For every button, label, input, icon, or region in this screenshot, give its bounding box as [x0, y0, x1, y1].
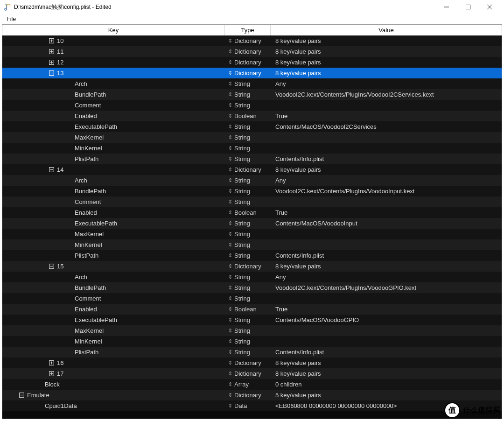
type-stepper-icon[interactable]: ⇕	[227, 231, 233, 237]
cell-type[interactable]: ⇕String	[225, 143, 271, 154]
cell-value[interactable]	[271, 100, 502, 111]
cell-key[interactable]: 13	[2, 68, 225, 78]
table-row[interactable]: MinKernel⇕String	[2, 336, 502, 347]
cell-type[interactable]: ⇕String	[225, 336, 271, 347]
cell-value[interactable]: True	[271, 111, 502, 121]
table-row[interactable]: PlistPath⇕StringContents/Info.plist	[2, 347, 502, 358]
cell-key[interactable]: PlistPath	[2, 347, 225, 358]
cell-value[interactable]: Contents/MacOS/VoodooInput	[271, 218, 502, 229]
cell-value[interactable]	[271, 229, 502, 239]
type-stepper-icon[interactable]: ⇕	[227, 253, 233, 259]
cell-value[interactable]	[271, 143, 502, 154]
cell-value[interactable]: True	[271, 207, 502, 218]
header-type[interactable]: Type	[225, 25, 271, 35]
cell-value[interactable]: True	[271, 304, 502, 315]
cell-type[interactable]: ⇕String	[225, 186, 271, 196]
expand-icon[interactable]	[49, 360, 54, 365]
cell-key[interactable]: 16	[2, 358, 225, 368]
cell-type[interactable]: ⇕Dictionary	[225, 164, 271, 175]
type-stepper-icon[interactable]: ⇕	[227, 91, 233, 98]
cell-type[interactable]: ⇕Dictionary	[225, 358, 271, 368]
cell-value[interactable]	[271, 196, 502, 207]
cell-value[interactable]: Any	[271, 175, 502, 186]
type-stepper-icon[interactable]: ⇕	[227, 134, 233, 140]
cell-key[interactable]: MaxKernel	[2, 325, 225, 336]
cell-key[interactable]: Block	[2, 379, 225, 390]
cell-value[interactable]: VoodooI2C.kext/Contents/PlugIns/VoodooI2…	[271, 89, 502, 100]
cell-key[interactable]: ExecutablePath	[2, 218, 225, 229]
cell-type[interactable]: ⇕String	[225, 229, 271, 239]
cell-value[interactable]	[271, 293, 502, 304]
header-value[interactable]: Value	[271, 25, 502, 35]
collapse-icon[interactable]	[49, 167, 54, 172]
cell-value[interactable]: 8 key/value pairs	[271, 368, 502, 379]
cell-key[interactable]: ExecutablePath	[2, 121, 225, 132]
table-row[interactable]: 14⇕Dictionary8 key/value pairs	[2, 164, 502, 175]
cell-value[interactable]	[271, 336, 502, 347]
type-stepper-icon[interactable]: ⇕	[227, 381, 233, 387]
cell-key[interactable]: Comment	[2, 196, 225, 207]
table-row[interactable]: Comment⇕String	[2, 100, 502, 111]
table-body[interactable]: 10⇕Dictionary8 key/value pairs11⇕Diction…	[2, 35, 502, 419]
table-row[interactable]: BundlePath⇕StringVoodooI2C.kext/Contents…	[2, 282, 502, 293]
cell-key[interactable]: 10	[2, 35, 225, 46]
cell-value[interactable]	[271, 132, 502, 143]
cell-type[interactable]: ⇕String	[225, 282, 271, 293]
cell-key[interactable]: Arch	[2, 78, 225, 89]
table-row[interactable]: BundlePath⇕StringVoodooI2C.kext/Contents…	[2, 186, 502, 196]
type-stepper-icon[interactable]: ⇕	[227, 285, 233, 291]
type-stepper-icon[interactable]: ⇕	[227, 70, 233, 76]
cell-type[interactable]: ⇕Boolean	[225, 207, 271, 218]
cell-key[interactable]: PlistPath	[2, 250, 225, 261]
cell-type[interactable]: ⇕String	[225, 293, 271, 304]
cell-key[interactable]: Comment	[2, 293, 225, 304]
collapse-icon[interactable]	[49, 264, 54, 269]
cell-type[interactable]: ⇕String	[225, 121, 271, 132]
menu-file[interactable]: File	[3, 15, 20, 23]
cell-key[interactable]: Emulate	[2, 390, 225, 400]
type-stepper-icon[interactable]: ⇕	[227, 188, 233, 194]
cell-key[interactable]: MinKernel	[2, 336, 225, 347]
table-row[interactable]: ExecutablePath⇕StringContents/MacOS/Vood…	[2, 121, 502, 132]
cell-type[interactable]: ⇕String	[225, 250, 271, 261]
cell-value[interactable]: Contents/Info.plist	[271, 154, 502, 164]
cell-value[interactable]: VoodooI2C.kext/Contents/PlugIns/VoodooIn…	[271, 186, 502, 196]
type-stepper-icon[interactable]: ⇕	[227, 371, 233, 377]
cell-value[interactable]: 8 key/value pairs	[271, 164, 502, 175]
cell-key[interactable]: BundlePath	[2, 186, 225, 196]
type-stepper-icon[interactable]: ⇕	[227, 49, 233, 55]
type-stepper-icon[interactable]: ⇕	[227, 167, 233, 173]
type-stepper-icon[interactable]: ⇕	[227, 242, 233, 248]
cell-value[interactable]: Any	[271, 272, 502, 282]
cell-type[interactable]: ⇕Dictionary	[225, 261, 271, 272]
type-stepper-icon[interactable]: ⇕	[227, 338, 233, 344]
table-row[interactable]: Arch⇕StringAny	[2, 272, 502, 282]
type-stepper-icon[interactable]: ⇕	[227, 317, 233, 323]
type-stepper-icon[interactable]: ⇕	[227, 59, 233, 65]
maximize-button[interactable]	[457, 0, 479, 14]
cell-type[interactable]: ⇕String	[225, 196, 271, 207]
cell-key[interactable]: 14	[2, 164, 225, 175]
type-stepper-icon[interactable]: ⇕	[227, 38, 233, 44]
cell-key[interactable]: PlistPath	[2, 154, 225, 164]
table-row[interactable]: 11⇕Dictionary8 key/value pairs	[2, 46, 502, 57]
table-row[interactable]: Enabled⇕BooleanTrue	[2, 111, 502, 121]
cell-value[interactable]: Any	[271, 78, 502, 89]
minimize-button[interactable]	[436, 0, 457, 14]
table-row[interactable]: Comment⇕String	[2, 196, 502, 207]
expand-icon[interactable]	[49, 38, 54, 43]
table-row[interactable]: BundlePath⇕StringVoodooI2C.kext/Contents…	[2, 89, 502, 100]
cell-type[interactable]: ⇕String	[225, 154, 271, 164]
table-row[interactable]: Comment⇕String	[2, 293, 502, 304]
cell-value[interactable]: 5 key/value pairs	[271, 390, 502, 400]
collapse-icon[interactable]	[49, 70, 54, 76]
table-row[interactable]: Cpuid1Data⇕Data<EB060800 00000000 000000…	[2, 400, 502, 411]
table-row[interactable]: MinKernel⇕String	[2, 239, 502, 250]
type-stepper-icon[interactable]: ⇕	[227, 274, 233, 280]
type-stepper-icon[interactable]: ⇕	[227, 403, 233, 409]
cell-key[interactable]: 17	[2, 368, 225, 379]
table-row[interactable]: MaxKernel⇕String	[2, 229, 502, 239]
cell-key[interactable]: 12	[2, 57, 225, 68]
cell-key[interactable]: MinKernel	[2, 143, 225, 154]
cell-type[interactable]: ⇕String	[225, 239, 271, 250]
